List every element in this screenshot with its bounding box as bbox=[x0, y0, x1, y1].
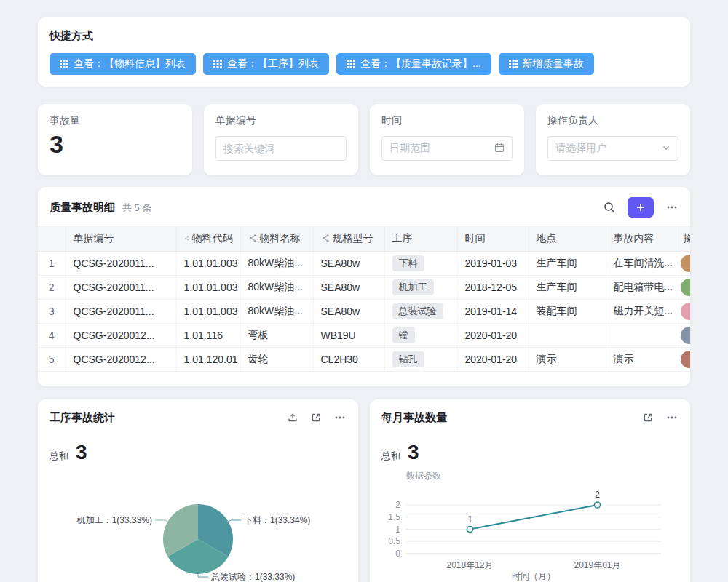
incident-table-card: 质量事故明细 共 5 条 单据编号物料代码物料名称规格型号工序时间地点事故内容操… bbox=[38, 187, 690, 386]
cell-doc-no: QCSG-2020012... bbox=[66, 347, 176, 371]
table-row[interactable]: 2QCSG-2020011...1.01.01.00380kW柴油...SEA8… bbox=[38, 275, 690, 299]
row-index: 3 bbox=[38, 299, 66, 323]
y-tick-label: 2 bbox=[395, 500, 400, 510]
shortcuts-card: 快捷方式 查看：【物料信息】列表查看：【工序】列表查看：【质量事故记录】...新… bbox=[38, 17, 690, 87]
data-point[interactable] bbox=[467, 526, 473, 532]
table-row[interactable]: 1QCSG-2020011...1.01.01.00380kW柴油...SEA8… bbox=[38, 251, 690, 275]
cell-spec: SEA80w bbox=[313, 299, 384, 323]
line-chart: 00.511.52数据条数12018年12月22019年01月时间（月） bbox=[381, 469, 678, 582]
avatar bbox=[681, 303, 691, 320]
y-axis-title: 数据条数 bbox=[406, 471, 441, 481]
operator-filter-card: 操作负责人 请选择用户 bbox=[536, 104, 690, 175]
cell-process: 钻孔 bbox=[384, 347, 457, 371]
shortcut-button-label: 新增质量事故 bbox=[523, 57, 584, 71]
shortcuts-title: 快捷方式 bbox=[50, 29, 678, 43]
incident-table-body: 1QCSG-2020011...1.01.01.00380kW柴油...SEA8… bbox=[38, 251, 690, 371]
doc-number-search-input[interactable] bbox=[215, 136, 347, 161]
table-row[interactable]: 5QCSG-2020012...1.01.120.01齿轮CL2H30钻孔202… bbox=[38, 347, 690, 371]
pie-label-line bbox=[155, 520, 167, 522]
column-header-操作负责人[interactable]: 操作负责人 bbox=[676, 226, 690, 251]
shortcut-button-0[interactable]: 查看：【物料信息】列表 bbox=[50, 53, 196, 75]
table-header-row: 单据编号物料代码物料名称规格型号工序时间地点事故内容操作负责人 bbox=[38, 226, 690, 251]
y-tick-label: 1.5 bbox=[388, 511, 400, 522]
column-header-时间[interactable]: 时间 bbox=[457, 226, 529, 251]
operator-select[interactable]: 请选择用户 bbox=[547, 136, 678, 161]
cell-operator bbox=[676, 275, 690, 299]
incident-table: 单据编号物料代码物料名称规格型号工序时间地点事故内容操作负责人 1QCSG-20… bbox=[38, 226, 690, 372]
shortcut-button-2[interactable]: 查看：【质量事故记录】... bbox=[336, 53, 491, 75]
incident-count-label: 事故量 bbox=[50, 114, 181, 127]
operator-select-placeholder: 请选择用户 bbox=[555, 142, 606, 155]
cell-process: 总装试验 bbox=[384, 299, 457, 323]
process-stats-card: 工序事故统计 总和 3 下料：1(33.34%)总装试验：1(33. bbox=[38, 399, 358, 582]
shortcut-buttons: 查看：【物料信息】列表查看：【工序】列表查看：【质量事故记录】...新增质量事故 bbox=[50, 53, 678, 75]
open-in-new-icon bbox=[310, 412, 322, 423]
grid-icon bbox=[60, 60, 68, 68]
cell-location: 装配车间 bbox=[529, 299, 606, 323]
pie-label-line bbox=[198, 574, 208, 577]
export-button[interactable] bbox=[287, 412, 298, 423]
pie-slice-label: 总装试验：1(33.33%) bbox=[210, 572, 295, 582]
cell-operator bbox=[676, 347, 690, 371]
table-row[interactable]: 4QCSG-2020012...1.01.116弯板WB19U镗2020-01-… bbox=[38, 323, 690, 347]
column-header-物料名称[interactable]: 物料名称 bbox=[240, 226, 313, 251]
column-header-事故内容[interactable]: 事故内容 bbox=[606, 226, 676, 251]
column-header-物料代码[interactable]: 物料代码 bbox=[176, 226, 240, 251]
shortcut-button-1[interactable]: 查看：【工序】列表 bbox=[203, 53, 329, 75]
incident-count-value: 3 bbox=[50, 130, 181, 159]
cell-date: 2019-01-14 bbox=[457, 299, 529, 323]
cell-material-code: 1.01.01.003 bbox=[176, 251, 240, 275]
more-icon bbox=[665, 411, 678, 424]
cell-content bbox=[606, 323, 676, 347]
pie-more-button[interactable] bbox=[333, 411, 347, 424]
open-fullscreen-button[interactable] bbox=[310, 412, 322, 423]
cell-process: 下料 bbox=[384, 251, 457, 275]
chevron-down-icon bbox=[662, 143, 670, 154]
column-header-工序[interactable]: 工序 bbox=[384, 226, 457, 251]
time-filter-label: 时间 bbox=[381, 114, 513, 127]
x-tick-label: 2018年12月 bbox=[446, 560, 493, 570]
time-filter-card: 时间 日期范围 bbox=[370, 104, 524, 175]
column-header-地点[interactable]: 地点 bbox=[529, 226, 606, 251]
y-tick-label: 1 bbox=[395, 524, 400, 534]
data-point[interactable] bbox=[595, 502, 601, 508]
dashboard-page: 快捷方式 查看：【物料信息】列表查看：【工序】列表查看：【质量事故记录】...新… bbox=[0, 0, 728, 582]
x-tick-label: 2019年01月 bbox=[574, 560, 620, 570]
line-chart-title: 每月事故数量 bbox=[381, 411, 447, 425]
pie-total-value: 3 bbox=[76, 441, 87, 464]
cell-material-code: 1.01.120.01 bbox=[176, 347, 240, 371]
column-header-单据编号[interactable]: 单据编号 bbox=[66, 226, 176, 251]
avatar bbox=[681, 255, 691, 272]
shortcut-button-3[interactable]: 新增质量事故 bbox=[499, 53, 594, 75]
row-index: 1 bbox=[38, 251, 66, 275]
date-range-input[interactable]: 日期范围 bbox=[381, 136, 513, 161]
shortcut-button-label: 查看：【工序】列表 bbox=[227, 57, 319, 71]
cell-date: 2020-01-20 bbox=[457, 323, 529, 347]
table-row[interactable]: 3QCSG-2020011...1.01.01.00380kW柴油...SEA8… bbox=[38, 299, 690, 323]
grid-icon bbox=[213, 60, 222, 68]
add-record-button[interactable] bbox=[628, 197, 654, 218]
data-label: 1 bbox=[467, 514, 472, 524]
cell-operator bbox=[676, 323, 690, 347]
shortcut-button-label: 查看：【物料信息】列表 bbox=[74, 57, 186, 71]
cell-content: 磁力开关短... bbox=[606, 299, 676, 323]
column-header-规格型号[interactable]: 规格型号 bbox=[313, 226, 384, 251]
table-card-header: 质量事故明细 共 5 条 bbox=[38, 197, 690, 226]
search-button[interactable] bbox=[603, 201, 616, 214]
table-title: 质量事故明细 bbox=[50, 201, 115, 215]
avatar bbox=[681, 327, 691, 344]
cell-material-name: 80kW柴油... bbox=[240, 275, 313, 299]
table-more-button[interactable] bbox=[665, 201, 678, 214]
cell-operator bbox=[676, 251, 690, 275]
calendar-icon bbox=[494, 143, 505, 155]
cell-location bbox=[529, 323, 606, 347]
open-fullscreen-button[interactable] bbox=[642, 412, 654, 423]
avatar bbox=[681, 279, 691, 296]
grid-icon bbox=[509, 60, 518, 68]
filter-row: 事故量 3 单据编号 时间 日期范围 操作负责人 请选择用户 bbox=[38, 104, 690, 175]
line-more-button[interactable] bbox=[665, 411, 678, 424]
cell-content: 配电箱带电... bbox=[606, 275, 676, 299]
table-scroll-area[interactable]: 单据编号物料代码物料名称规格型号工序时间地点事故内容操作负责人 1QCSG-20… bbox=[38, 226, 690, 372]
row-index: 4 bbox=[38, 323, 66, 347]
cell-operator bbox=[676, 299, 690, 323]
